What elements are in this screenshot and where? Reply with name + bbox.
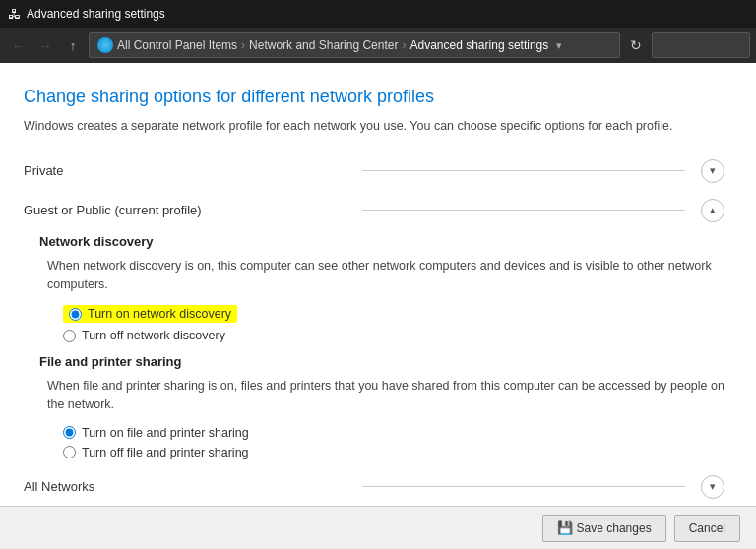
profile-divider-guest (362, 210, 685, 211)
cancel-label: Cancel (689, 521, 725, 535)
profile-section-all: All Networks ▾ (24, 471, 724, 503)
subsection-title-network: Network discovery (39, 234, 724, 249)
profile-section-private: Private ▾ (24, 155, 724, 187)
subsection-desc-file: When file and printer sharing is on, fil… (39, 377, 724, 414)
radio-item-network-on[interactable]: Turn on network discovery (63, 305, 724, 323)
address-chevron: ▾ (556, 39, 562, 52)
section-expanded-guest: Network discovery When network discovery… (24, 234, 724, 459)
breadcrumb-icon (97, 37, 113, 53)
breadcrumb-separator-1: › (241, 38, 245, 52)
address-bar: ← → ↑ All Control Panel Items › Network … (0, 28, 756, 63)
radio-group-network: Turn on network discovery Turn off netwo… (39, 305, 724, 342)
radio-item-file-off[interactable]: Turn off file and printer sharing (63, 446, 724, 459)
cancel-button[interactable]: Cancel (674, 515, 740, 542)
profile-label-guest: Guest or Public (current profile) (24, 203, 346, 217)
title-bar-text: Advanced sharing settings (27, 7, 165, 21)
app-icon: 🖧 (8, 7, 21, 22)
radio-item-file-on[interactable]: Turn on file and printer sharing (63, 426, 724, 440)
search-input[interactable] (652, 32, 750, 58)
radio-label-file-off: Turn off file and printer sharing (82, 446, 249, 459)
profile-chevron-private: ▾ (701, 159, 724, 183)
profile-chevron-guest: ▴ (701, 199, 724, 222)
profile-header-all[interactable]: All Networks ▾ (24, 471, 724, 503)
profile-divider-private (362, 170, 685, 171)
save-label: Save changes (577, 521, 652, 535)
profile-header-private[interactable]: Private ▾ (24, 155, 724, 187)
profile-section-guest: Guest or Public (current profile) ▴ Netw… (24, 195, 724, 459)
bottom-bar: 💾 Save changes Cancel (0, 506, 756, 549)
title-bar: 🖧 Advanced sharing settings (0, 0, 756, 28)
radio-label-file-on: Turn on file and printer sharing (82, 426, 249, 440)
radio-label-network-off: Turn off network discovery (82, 329, 225, 342)
save-button[interactable]: 💾 Save changes (542, 515, 666, 542)
radio-network-off[interactable] (63, 330, 76, 342)
back-button[interactable]: ← (6, 33, 30, 57)
subsection-desc-network: When network discovery is on, this compu… (39, 257, 724, 294)
subsection-title-file: File and printer sharing (39, 354, 724, 369)
radio-item-network-off[interactable]: Turn off network discovery (63, 329, 724, 342)
page-subtitle: Windows creates a separate network profi… (24, 117, 724, 136)
page-title: Change sharing options for different net… (24, 87, 724, 107)
content-area: Change sharing options for different net… (0, 63, 756, 549)
radio-label-network-on: Turn on network discovery (88, 307, 231, 321)
profile-divider-all (362, 486, 685, 487)
subsection-network-discovery: Network discovery When network discovery… (39, 234, 724, 343)
breadcrumb-separator-2: › (402, 38, 406, 52)
address-breadcrumb: All Control Panel Items › Network and Sh… (89, 32, 620, 58)
up-button[interactable]: ↑ (61, 33, 85, 57)
radio-file-on[interactable] (63, 426, 76, 439)
profile-label-all: All Networks (24, 479, 346, 494)
forward-button[interactable]: → (33, 33, 57, 57)
radio-group-file: Turn on file and printer sharing Turn of… (39, 426, 724, 459)
breadcrumb-item-3[interactable]: Advanced sharing settings (410, 38, 548, 52)
refresh-button[interactable]: ↻ (624, 33, 648, 57)
radio-file-off[interactable] (63, 446, 76, 458)
save-icon: 💾 (557, 520, 573, 535)
profile-chevron-all: ▾ (701, 475, 724, 499)
breadcrumb-item-1[interactable]: All Control Panel Items (117, 38, 237, 52)
breadcrumb-item-2[interactable]: Network and Sharing Center (249, 38, 398, 52)
radio-network-on[interactable] (69, 308, 82, 321)
subsection-file-sharing: File and printer sharing When file and p… (39, 354, 724, 459)
profile-header-guest[interactable]: Guest or Public (current profile) ▴ (24, 195, 724, 226)
profile-label-private: Private (24, 163, 346, 178)
